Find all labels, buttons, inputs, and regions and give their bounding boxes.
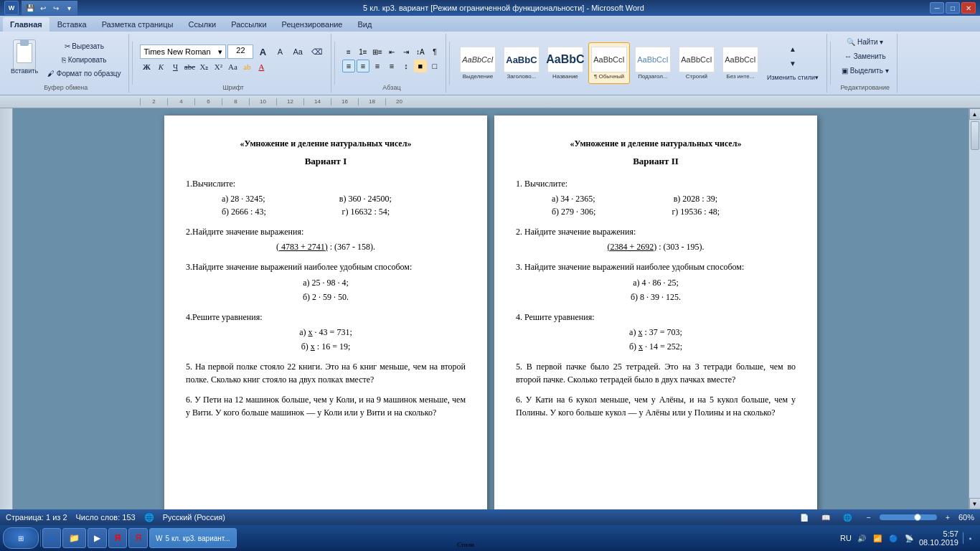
cut-button[interactable]: ✂ Вырезать bbox=[44, 39, 124, 52]
ruler-mark-9: 18 bbox=[358, 98, 385, 105]
shading-button[interactable]: ■ bbox=[414, 60, 427, 72]
page1-problem-3: 3.Найдите значение выражений наиболее уд… bbox=[186, 260, 466, 303]
font-name-field[interactable]: Times New Roman ▾ bbox=[140, 44, 226, 59]
styles-group-label: Стили bbox=[457, 541, 474, 548]
taskbar-yandex-button[interactable]: Я bbox=[108, 528, 128, 548]
page1-p4-title: 4.Решите уравнения: bbox=[186, 311, 466, 324]
font-color-button[interactable]: A bbox=[255, 60, 268, 73]
style-no-interval[interactable]: AaBbCcI Без инте... bbox=[720, 42, 761, 84]
taskbar-explorer-button[interactable]: 📁 bbox=[62, 528, 86, 548]
tab-page-layout[interactable]: Разметка страницы bbox=[95, 17, 181, 32]
page1-problem-1: 1.Вычислите: а) 28 · 3245; в) 360 · 2450… bbox=[186, 177, 466, 218]
view-reading-button[interactable]: 📖 bbox=[818, 511, 834, 524]
style-preview-no-interval: AaBbCcI bbox=[722, 47, 758, 72]
bold-button[interactable]: Ж bbox=[140, 60, 153, 73]
italic-button[interactable]: К bbox=[154, 60, 167, 73]
page1-p1-c: в) 360 · 24500; bbox=[339, 192, 392, 205]
undo-button[interactable]: ↩ bbox=[37, 2, 49, 14]
style-title[interactable]: AaBbC Название bbox=[545, 42, 586, 84]
zoom-out-button[interactable]: − bbox=[861, 511, 877, 524]
page2-problem-3: 3. Найдите значение выражений наиболее у… bbox=[516, 260, 796, 303]
style-heading[interactable]: AaBbC Заголово... bbox=[501, 42, 542, 84]
tab-mailings[interactable]: Рассылки bbox=[224, 17, 273, 32]
page2-p3-title: 3. Найдите значение выражений наиболее у… bbox=[516, 260, 796, 273]
taskbar-yandex2-button[interactable]: Я bbox=[128, 528, 148, 548]
view-normal-button[interactable]: 📄 bbox=[796, 511, 812, 524]
change-case-button[interactable]: Aa bbox=[289, 45, 306, 58]
decrease-indent-button[interactable]: ⇤ bbox=[385, 45, 398, 58]
volume-icon[interactable]: 🔊 bbox=[856, 532, 867, 544]
tab-view[interactable]: Вид bbox=[351, 17, 380, 32]
scroll-thumb[interactable] bbox=[971, 121, 979, 150]
style-strict[interactable]: AaBbCcI Строгий bbox=[676, 42, 717, 84]
ribbon: Главная Вставка Разметка страницы Ссылки… bbox=[0, 16, 980, 95]
quick-access-dropdown[interactable]: ▾ bbox=[63, 2, 75, 14]
paste-button[interactable]: Вставить bbox=[7, 38, 42, 80]
scroll-track[interactable] bbox=[969, 120, 981, 498]
tab-review[interactable]: Рецензирование bbox=[275, 17, 350, 32]
text-highlight-button[interactable]: ab bbox=[240, 60, 253, 73]
format-painter-button[interactable]: 🖌 Формат по образцу bbox=[44, 67, 124, 80]
tab-insert[interactable]: Вставка bbox=[50, 17, 94, 32]
font-size-field[interactable]: 22 bbox=[227, 44, 253, 59]
align-left-button[interactable]: ≡ bbox=[342, 60, 355, 72]
vertical-scrollbar[interactable]: ▲ ▼ bbox=[969, 108, 980, 509]
taskbar-ie-button[interactable]: e bbox=[42, 528, 61, 548]
taskbar-mediaplayer-button[interactable]: ▶ bbox=[88, 528, 107, 548]
subscript-button[interactable]: X₂ bbox=[197, 60, 210, 73]
align-right-button[interactable]: ≡ bbox=[371, 60, 384, 72]
borders-button[interactable]: □ bbox=[428, 60, 441, 72]
page2-problem-2: 2. Найдите значение выражения: (2384 + 2… bbox=[516, 225, 796, 253]
underline-button[interactable]: Ч bbox=[169, 60, 182, 73]
view-web-button[interactable]: 🌐 bbox=[839, 511, 855, 524]
increase-font-button[interactable]: A bbox=[255, 45, 270, 58]
styles-scroll-up[interactable]: ▲ bbox=[763, 42, 822, 55]
taskbar-word-button[interactable]: W 5 кл. кр3. вариант... bbox=[149, 528, 237, 548]
align-justify-button[interactable]: ≡ bbox=[385, 60, 398, 72]
clear-format-button[interactable]: ⌫ bbox=[308, 45, 326, 58]
signal-icon[interactable]: 📡 bbox=[903, 532, 915, 544]
multilevel-list-button[interactable]: ⊞≡ bbox=[371, 45, 384, 58]
tab-home[interactable]: Главная bbox=[3, 17, 50, 32]
text-effects-button[interactable]: Aa bbox=[226, 60, 239, 73]
decrease-font-button[interactable]: A bbox=[272, 45, 288, 58]
align-center-button[interactable]: ≡ bbox=[357, 60, 369, 72]
bullets-button[interactable]: ≡ bbox=[342, 45, 355, 58]
page1-p5-text: 5. На первой полке стояло 22 книги. Это … bbox=[186, 360, 466, 386]
increase-indent-button[interactable]: ⇥ bbox=[400, 45, 413, 58]
styles-more[interactable]: Изменить стили▾ bbox=[763, 71, 822, 84]
copy-button[interactable]: ⎘ Копировать bbox=[44, 53, 124, 66]
ruler-mark-1: 2 bbox=[140, 98, 167, 105]
styles-buttons: AaBbCcI Выделение AaBbC Заголово... AaBb… bbox=[457, 42, 761, 84]
superscript-button[interactable]: X² bbox=[212, 60, 225, 73]
start-button[interactable]: ⊞ bbox=[3, 527, 39, 549]
zoom-slider[interactable] bbox=[880, 514, 937, 520]
show-marks-button[interactable]: ¶ bbox=[428, 45, 441, 58]
document-area[interactable]: «Умножение и деление натуральных чисел» … bbox=[13, 108, 969, 509]
style-normal[interactable]: AaBbCcI ¶ Обычный bbox=[588, 42, 630, 84]
tab-references[interactable]: Ссылки bbox=[181, 17, 223, 32]
ruler-mark-3: 6 bbox=[194, 98, 222, 105]
zoom-in-button[interactable]: + bbox=[940, 511, 956, 524]
minimize-button[interactable]: ─ bbox=[930, 2, 944, 14]
style-subtitle[interactable]: AaBbCcI Подзагол... bbox=[632, 42, 674, 84]
line-spacing-button[interactable]: ↕ bbox=[400, 60, 413, 72]
style-preview-normal: AaBbCcI bbox=[591, 47, 627, 72]
scroll-up-button[interactable]: ▲ bbox=[969, 108, 981, 120]
styles-scroll-down[interactable]: ▼ bbox=[763, 57, 822, 70]
redo-button[interactable]: ↪ bbox=[50, 2, 62, 14]
network-icon[interactable]: 📶 bbox=[872, 532, 883, 544]
strikethrough-button[interactable]: abc bbox=[183, 60, 196, 73]
show-desktop-button[interactable]: ▪ bbox=[963, 532, 974, 544]
select-button[interactable]: ▣ Выделить ▾ bbox=[838, 64, 892, 77]
find-button[interactable]: 🔍 Найти ▾ bbox=[843, 35, 887, 48]
sort-button[interactable]: ↕A bbox=[414, 45, 427, 58]
style-selection[interactable]: AaBbCcI Выделение bbox=[457, 42, 499, 84]
scroll-down-button[interactable]: ▼ bbox=[969, 498, 981, 509]
bluetooth-icon[interactable]: 🔵 bbox=[887, 532, 899, 544]
numbering-button[interactable]: 1≡ bbox=[357, 45, 369, 58]
maximize-button[interactable]: □ bbox=[946, 2, 960, 14]
replace-button[interactable]: ↔ Заменить bbox=[841, 50, 890, 62]
close-button[interactable]: ✕ bbox=[961, 2, 976, 14]
save-button[interactable]: 💾 bbox=[24, 2, 36, 14]
